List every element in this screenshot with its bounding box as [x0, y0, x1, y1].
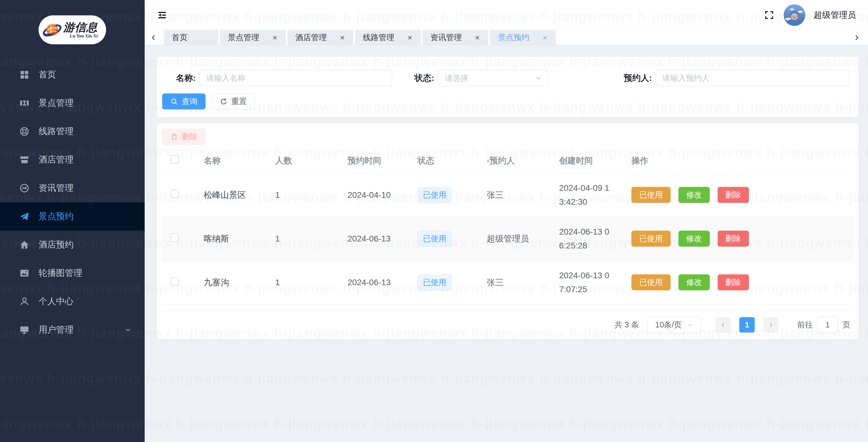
search-button[interactable]: 查询 [162, 93, 206, 110]
close-icon[interactable] [542, 35, 548, 41]
edit-button[interactable]: 修改 [678, 187, 710, 203]
col-status: 状态 [409, 148, 478, 173]
sidebar-item-hotel-mgmt[interactable]: 酒店管理 [0, 146, 145, 174]
sidebar-item-profile[interactable]: 个人中心 [0, 287, 145, 316]
row-checkbox[interactable] [170, 277, 179, 286]
close-icon[interactable] [339, 35, 345, 41]
tab-news-mgmt[interactable]: 资讯管理 [423, 30, 488, 45]
goto-label: 前往 [797, 320, 813, 330]
cell-count: 1 [267, 217, 339, 261]
sidebar-collapse-icon[interactable] [156, 8, 169, 22]
next-page-icon[interactable] [763, 317, 778, 332]
table-row: 松峰山景区 1 2024-04-10 已使用 张三 2024-04-09 13:… [162, 173, 853, 217]
main-area: 超级管理员 首页 景点管理 酒店管理 线路管 [145, 0, 868, 442]
cell-booker: 张三 [478, 261, 551, 304]
bulk-delete-label: 删除 [182, 131, 197, 142]
sidebar-menu: 首页 景点管理 线路管理 酒店管理 [0, 61, 145, 344]
tab-scenic-booking[interactable]: 景点预约 [490, 30, 556, 45]
booker-input[interactable] [655, 70, 849, 86]
sidebar-item-hotel-booking[interactable]: 酒店预约 [0, 231, 145, 259]
sidebar-item-route-mgmt[interactable]: 线路管理 [0, 117, 145, 146]
cell-book-date: 2024-06-13 [339, 217, 409, 261]
tab-label: 景点管理 [228, 32, 259, 43]
tab-scenic-mgmt[interactable]: 景点管理 [220, 30, 286, 45]
sidebar-item-user-mgmt[interactable]: 用户管理 [0, 316, 145, 344]
cell-booker: 张三 [478, 173, 551, 217]
table-row: 九寨沟 1 2024-06-13 已使用 张三 2024-06-13 07:07… [162, 261, 853, 304]
filter-panel: 名称: 状态: 请选择 预约人: [157, 57, 859, 117]
col-name: 名称 [195, 148, 267, 173]
prev-page-icon[interactable] [715, 317, 731, 332]
film-icon [19, 98, 30, 108]
admin-app: 游信息 Lu You Xin Xi 首页 景点管理 线路 [0, 0, 868, 442]
page-size-select[interactable]: 10条/页 [647, 317, 701, 333]
cell-book-date: 2024-06-13 [339, 261, 409, 304]
status-badge: 已使用 [417, 187, 452, 203]
sidebar: 游信息 Lu You Xin Xi 首页 景点管理 线路 [0, 0, 145, 442]
status-badge: 已使用 [417, 274, 452, 291]
tab-label: 景点预约 [498, 32, 529, 43]
cell-name: 松峰山景区 [195, 173, 267, 217]
sidebar-item-label: 轮播图管理 [38, 267, 82, 279]
delete-button[interactable]: 删除 [718, 231, 749, 247]
trash-icon [170, 133, 178, 141]
booker-label: 预约人: [624, 72, 652, 84]
cell-count: 1 [267, 173, 339, 217]
bulk-delete-button[interactable]: 删除 [162, 129, 206, 145]
reset-button[interactable]: 重置 [212, 93, 255, 110]
name-input[interactable] [199, 70, 392, 86]
sidebar-item-label: 用户管理 [38, 324, 73, 336]
table-panel: 删除 名称 人数 预约时间 [157, 123, 859, 339]
tab-route-mgmt[interactable]: 线路管理 [355, 30, 421, 45]
cell-name: 九寨沟 [195, 261, 267, 304]
goto-page-input[interactable] [817, 317, 838, 333]
edit-button[interactable]: 修改 [678, 274, 710, 290]
col-created: 创建时间 [551, 148, 623, 173]
delete-button[interactable]: 删除 [718, 187, 749, 203]
tab-label: 酒店管理 [296, 32, 327, 43]
tab-home[interactable]: 首页 [164, 30, 218, 45]
row-checkbox[interactable] [170, 189, 179, 198]
used-button[interactable]: 已使用 [631, 231, 671, 247]
chevron-down-icon [124, 326, 132, 334]
search-button-label: 查询 [182, 96, 197, 107]
tabs-scroll-right-icon[interactable] [850, 30, 863, 45]
logo-subtitle: Lu You Xin Xi [70, 34, 98, 38]
close-icon[interactable] [474, 35, 480, 41]
pagination-total: 共 3 条 [615, 320, 639, 330]
page-number[interactable]: 1 [739, 317, 755, 332]
user-icon [19, 296, 30, 306]
chevron-down-icon [535, 74, 542, 82]
row-checkbox[interactable] [170, 233, 179, 242]
sidebar-item-news-mgmt[interactable]: 资讯管理 [0, 174, 145, 202]
sidebar-item-carousel-mgmt[interactable]: 轮播图管理 [0, 259, 145, 287]
grid-icon [19, 70, 30, 80]
search-icon [170, 98, 178, 106]
username[interactable]: 超级管理员 [814, 9, 856, 21]
tabs-scroll-left-icon[interactable] [148, 30, 160, 45]
name-label: 名称: [176, 72, 195, 84]
table-row: 喀纳斯 1 2024-06-13 已使用 超级管理员 2024-06-13 06… [162, 217, 853, 261]
cell-created: 2024-06-13 07:07:25 [559, 269, 613, 296]
cell-created: 2024-06-13 06:25:28 [559, 225, 613, 253]
avatar[interactable] [784, 4, 805, 26]
sidebar-item-home[interactable]: 首页 [0, 61, 145, 89]
sidebar-item-scenic-booking[interactable]: 景点预约 [0, 202, 145, 231]
status-select[interactable]: 请选择 [438, 70, 548, 86]
used-button[interactable]: 已使用 [631, 274, 671, 290]
used-button[interactable]: 已使用 [631, 187, 671, 203]
refresh-icon [220, 98, 227, 106]
select-all-checkbox[interactable] [170, 155, 179, 164]
close-icon[interactable] [407, 35, 413, 41]
tab-hotel-mgmt[interactable]: 酒店管理 [287, 30, 353, 45]
page-size-value: 10条/页 [655, 320, 682, 330]
edit-button[interactable]: 修改 [678, 231, 710, 247]
col-booker: -预约人 [478, 148, 551, 173]
sidebar-item-scenic-mgmt[interactable]: 景点管理 [0, 89, 145, 117]
shop-icon [19, 155, 30, 165]
delete-button[interactable]: 删除 [718, 274, 749, 290]
close-icon[interactable] [272, 35, 278, 41]
status-select-placeholder: 请选择 [445, 73, 468, 84]
fullscreen-icon[interactable] [763, 9, 775, 21]
paper-plane-icon [19, 211, 30, 222]
